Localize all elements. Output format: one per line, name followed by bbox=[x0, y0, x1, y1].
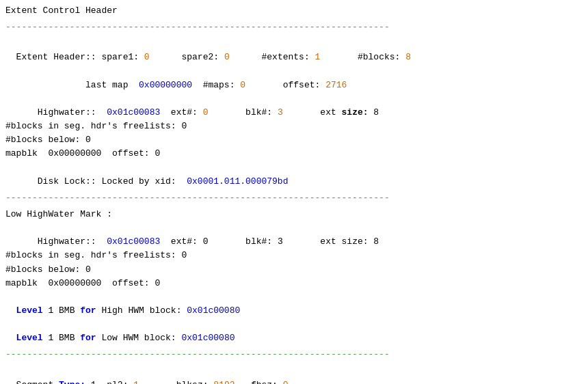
mapblk-line: mapblk 0x00000000 offset: 0 bbox=[5, 147, 583, 161]
val-blk: 3 bbox=[278, 107, 283, 118]
label-ext2: ext#: bbox=[160, 236, 202, 247]
extent-header-line2: last map 0x00000000 #maps: 0 offset: 271… bbox=[5, 65, 583, 92]
s2-high-label: High HWM block: bbox=[96, 305, 187, 316]
divider-3: ----------------------------------------… bbox=[5, 348, 583, 361]
label-ext: ext#: bbox=[160, 107, 202, 118]
extent-header-line3: Highwater:: 0x01c00083 ext#: 0 blk#: 3 e… bbox=[5, 92, 583, 120]
label-type: Type: bbox=[59, 380, 85, 384]
val-nl2: 1 bbox=[133, 380, 139, 384]
val-blk2: 3 bbox=[278, 236, 283, 247]
label-extents: #extents: bbox=[230, 52, 315, 62]
val-spare1: 0 bbox=[144, 52, 150, 62]
label-level1b: Level bbox=[16, 333, 43, 343]
label-blk2: blk#: bbox=[208, 236, 277, 247]
label-highwater: Highwater:: bbox=[16, 107, 107, 118]
val-maps: 0 bbox=[240, 80, 245, 90]
label-segment: Segment bbox=[16, 380, 59, 384]
extent-header-line1: Extent Header:: spare1: 0 spare2: 0 #ext… bbox=[5, 37, 583, 64]
val-offset: 2716 bbox=[325, 80, 347, 90]
val-size: 8 bbox=[369, 107, 379, 118]
val-hw2: 0x01c00083 bbox=[107, 236, 160, 247]
disk-lock-line: Disk Lock:: Locked by xid: 0x0001.011.00… bbox=[5, 161, 583, 189]
label-for2: for bbox=[80, 333, 96, 343]
val-blocks: 8 bbox=[405, 52, 411, 62]
label-disklock: Disk Lock:: Locked by xid: bbox=[16, 176, 187, 187]
low-hwm-title: Low HighWater Mark : bbox=[5, 208, 583, 221]
s2-low-val: 0x01c00080 bbox=[181, 333, 235, 343]
s2-low-label: Low HWM block: bbox=[96, 333, 182, 343]
s3-blksz-pre: blksz: bbox=[139, 380, 213, 384]
val-fbsz: 0 bbox=[283, 380, 289, 384]
blocks-below: #blocks below: 0 bbox=[5, 133, 583, 147]
divider-1: ----------------------------------------… bbox=[5, 20, 583, 34]
s2-mapblk: mapblk 0x00000000 offset: 0 bbox=[5, 277, 583, 290]
blocks-freelists: #blocks in seg. hdr's freelists: 0 bbox=[5, 120, 583, 133]
label-spare1: Extent Header:: spare1: bbox=[16, 52, 144, 62]
s2-freelists: #blocks in seg. hdr's freelists: 0 bbox=[5, 249, 583, 262]
label-lastmap: last map bbox=[16, 80, 139, 90]
val-spare2: 0 bbox=[224, 52, 230, 62]
val-lastmap: 0x00000000 bbox=[139, 80, 192, 90]
label-blk: blk#: bbox=[208, 107, 277, 118]
label-offset: offset: bbox=[245, 80, 325, 90]
label-spare2: spare2: bbox=[150, 52, 224, 62]
s2-bmb2: 1 BMB bbox=[43, 333, 81, 343]
label-size-pre: ext bbox=[283, 107, 342, 118]
s2-blocks-below: #blocks below: 0 bbox=[5, 263, 583, 277]
label-for1: for bbox=[80, 305, 96, 316]
s2-level1-low: Level 1 BMB for Low HWM block: 0x01c0008… bbox=[5, 318, 583, 345]
val-xid: 0x0001.011.000079bd bbox=[187, 176, 288, 187]
s3-nl2-pre: 1 nl2: bbox=[85, 380, 133, 384]
label-size-bold: size: bbox=[342, 107, 369, 118]
low-hwm-line2: Highwater:: 0x01c00083 ext#: 0 blk#: 3 e… bbox=[5, 221, 583, 249]
val-blksz: 8192 bbox=[213, 380, 235, 384]
label-size2: ext size: bbox=[283, 236, 374, 247]
s2-bmb1: 1 BMB bbox=[43, 305, 81, 316]
label-blocks: #blocks: bbox=[320, 52, 405, 62]
s2-level1-high: Level 1 BMB for High HWM block: 0x01c000… bbox=[5, 290, 583, 318]
label-level1: Level bbox=[16, 305, 43, 316]
divider-2: ----------------------------------------… bbox=[5, 191, 583, 205]
label-hw2: Highwater:: bbox=[16, 236, 107, 247]
segment-type-line: Segment Type: 1 nl2: 1 blksz: 8192 fbsz:… bbox=[5, 365, 583, 384]
val-highwater: 0x01c00083 bbox=[107, 107, 160, 118]
label-maps: #maps: bbox=[192, 80, 240, 90]
val-size2: 8 bbox=[373, 236, 379, 247]
s2-high-val: 0x01c00080 bbox=[187, 305, 240, 316]
s3-fbsz-pre: fbsz: bbox=[235, 380, 283, 384]
page-title: Extent Control Header bbox=[5, 4, 583, 18]
